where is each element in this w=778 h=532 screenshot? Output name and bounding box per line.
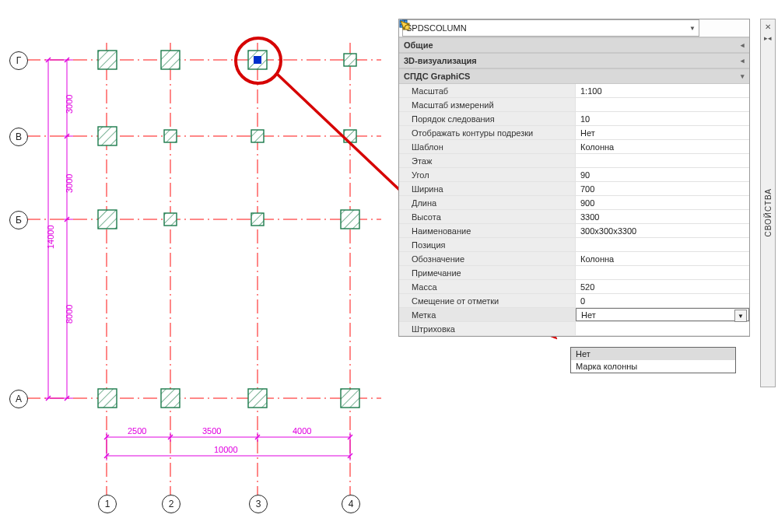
- object-type-select[interactable]: SPDSCOLUMN▼: [402, 19, 699, 37]
- axis-label-a: А: [9, 390, 28, 408]
- svg-rect-23: [161, 389, 180, 408]
- prop-floor[interactable]: Этаж: [399, 154, 749, 168]
- svg-rect-19: [164, 213, 177, 226]
- axis-label-3: 3: [249, 495, 268, 513]
- prop-mass[interactable]: Масса520: [399, 280, 749, 294]
- dim-3500: 3500: [202, 426, 221, 436]
- pickadd-icon[interactable]: [718, 23, 729, 33]
- svg-rect-20: [251, 213, 264, 226]
- close-icon[interactable]: ✕: [765, 23, 771, 31]
- collapse-icon[interactable]: ▸◂: [764, 34, 772, 42]
- svg-rect-18: [98, 210, 117, 229]
- group-spds[interactable]: СПДС GraphiCS▾: [399, 68, 749, 84]
- panel-header: SPDSCOLUMN▼: [399, 19, 749, 37]
- svg-rect-14: [98, 127, 117, 145]
- dropdown-option-none[interactable]: Нет: [571, 348, 735, 360]
- prop-name[interactable]: Наименование300x300x3300: [399, 224, 749, 238]
- axis-label-g: Г: [9, 51, 28, 70]
- prop-width[interactable]: Ширина700: [399, 182, 749, 196]
- dim-3000a: 3000: [65, 95, 74, 114]
- prop-angle[interactable]: Угол90: [399, 168, 749, 182]
- dim-14000: 14000: [46, 225, 55, 249]
- axis-label-b: Б: [9, 211, 28, 229]
- prop-height[interactable]: Высота3300: [399, 210, 749, 224]
- group-3d[interactable]: 3D-визуализация◂: [399, 53, 749, 68]
- prop-offset[interactable]: Смещение от отметки0: [399, 294, 749, 308]
- prop-length[interactable]: Длина900: [399, 196, 749, 210]
- chevron-down-icon[interactable]: ▼: [734, 310, 747, 322]
- prop-position[interactable]: Позиция: [399, 238, 749, 252]
- select-objects-icon[interactable]: [734, 23, 745, 33]
- prop-designation[interactable]: ОбозначениеКолонна: [399, 252, 749, 266]
- svg-rect-16: [251, 130, 264, 142]
- dim-4000: 4000: [293, 426, 311, 436]
- group-general[interactable]: Общие◂: [399, 37, 749, 53]
- axis-label-4: 4: [342, 495, 360, 513]
- dim-8000: 8000: [65, 305, 74, 324]
- prop-order[interactable]: Порядок следования10: [399, 112, 749, 126]
- svg-rect-15: [164, 130, 177, 142]
- prop-template[interactable]: ШаблонКолонна: [399, 140, 749, 154]
- mark-dropdown[interactable]: Нет Марка колонны: [570, 347, 736, 373]
- prop-mscale[interactable]: Масштаб измерений: [399, 98, 749, 112]
- svg-rect-11: [161, 51, 180, 69]
- prop-hatch[interactable]: Штриховка: [399, 322, 749, 336]
- properties-dock-rail[interactable]: ✕ ▸◂ СВОЙСТВА: [760, 19, 776, 387]
- svg-rect-10: [98, 51, 117, 69]
- svg-rect-25: [341, 389, 359, 408]
- svg-rect-13: [344, 54, 356, 66]
- dim-2500: 2500: [128, 426, 146, 436]
- chevron-left-icon: ◂: [741, 41, 745, 49]
- prop-note[interactable]: Примечание: [399, 266, 749, 280]
- dim-10000: 10000: [214, 445, 238, 454]
- svg-rect-22: [98, 389, 117, 408]
- prop-scale[interactable]: Масштаб1:100: [399, 84, 749, 98]
- svg-rect-24: [248, 389, 267, 408]
- quick-select-icon[interactable]: [703, 23, 713, 33]
- dim-3000b: 3000: [65, 174, 74, 193]
- chevron-down-icon: ▾: [741, 72, 745, 80]
- properties-panel: SPDSCOLUMN▼ Общие◂ 3D-визуализация◂ СПДС…: [398, 19, 750, 337]
- axis-label-2: 2: [162, 495, 180, 513]
- selection-grip-icon: [254, 56, 261, 64]
- chevron-down-icon: ▼: [689, 25, 696, 32]
- svg-rect-21: [341, 210, 359, 229]
- dropdown-option-columnmark[interactable]: Марка колонны: [571, 360, 735, 373]
- chevron-left-icon: ◂: [741, 57, 745, 65]
- prop-mark[interactable]: Метка Нет▼: [399, 308, 749, 322]
- axis-label-1: 1: [98, 495, 117, 513]
- prop-clip[interactable]: Отображать контуры подрезкиНет: [399, 126, 749, 140]
- dock-title: СВОЙСТВА: [764, 188, 773, 237]
- axis-label-v: В: [9, 128, 28, 146]
